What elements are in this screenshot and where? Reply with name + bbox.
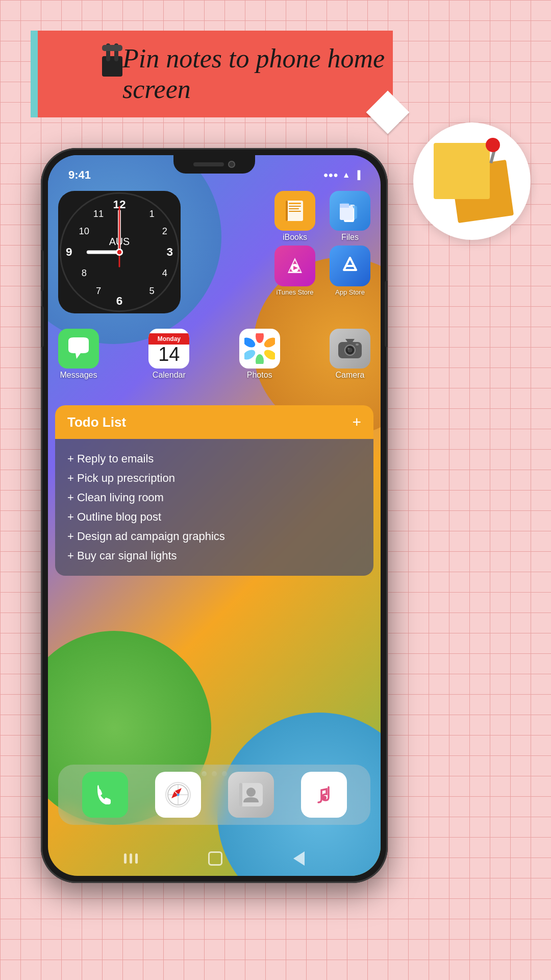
svg-point-59 — [177, 794, 179, 796]
volume-down-button[interactable] — [41, 306, 44, 347]
apps-row-3: Messages Monday 14 Calendar — [53, 329, 375, 380]
todo-item-5: + Design ad campaign graphics — [67, 527, 361, 546]
itunes-icon — [274, 246, 315, 286]
phone-icon — [91, 781, 119, 808]
pin-dot-icon — [486, 138, 500, 152]
apps-row-2: iTunes Store App Store — [269, 245, 375, 296]
svg-text:3: 3 — [167, 246, 173, 258]
svg-rect-27 — [289, 208, 299, 209]
todo-header: Todo List + — [55, 405, 373, 439]
back-button[interactable] — [293, 851, 305, 866]
photos-label: Photos — [247, 371, 272, 380]
header-banner: Pin notes to phone home screen — [31, 31, 393, 117]
sticky-note-icon — [434, 143, 510, 219]
messages-svg — [63, 333, 94, 364]
contacts-icon — [237, 781, 265, 808]
binder-clip-icon — [87, 41, 138, 82]
svg-point-44 — [256, 354, 264, 364]
photos-app[interactable]: Photos — [234, 329, 285, 380]
todo-item-3: + Clean living room — [67, 488, 361, 507]
music-icon — [310, 781, 338, 808]
svg-text:4: 4 — [162, 267, 167, 278]
app-store-app[interactable]: App Store — [324, 245, 375, 296]
svg-point-53 — [347, 348, 349, 350]
dock-safari-app[interactable] — [155, 772, 201, 818]
svg-point-41 — [256, 333, 264, 343]
photos-icon — [239, 329, 280, 369]
app-store-icon — [330, 246, 370, 286]
dock — [58, 765, 370, 825]
itunes-label: iTunes Store — [276, 288, 313, 296]
itunes-store-app[interactable]: iTunes Store — [269, 245, 320, 296]
todo-widget[interactable]: Todo List + + Reply to emails + Pick up … — [55, 405, 373, 576]
svg-point-46 — [244, 336, 257, 350]
svg-text:8: 8 — [82, 267, 87, 278]
svg-point-64 — [322, 796, 327, 800]
appstore-svg — [337, 253, 363, 279]
calendar-app[interactable]: Monday 14 Calendar — [143, 329, 194, 380]
svg-rect-54 — [356, 344, 359, 346]
camera-icon — [330, 329, 370, 369]
messages-icon — [58, 329, 99, 369]
sticky-front — [434, 143, 490, 199]
svg-text:9: 9 — [66, 246, 72, 258]
phone-screen: 9:41 ●●● ▲ ▐ 12 3 6 9 1 2 — [48, 155, 381, 876]
photos-svg — [244, 333, 275, 364]
clock-face: 12 3 6 9 1 2 4 5 7 8 10 11 AUS — [58, 191, 181, 313]
todo-body: + Reply to emails + Pick up prescription… — [55, 439, 373, 576]
battery-icon: ▐ — [355, 170, 360, 180]
todo-add-button[interactable]: + — [352, 413, 361, 431]
calendar-icon: Monday 14 — [148, 329, 189, 369]
dock-phone-app[interactable] — [82, 772, 128, 818]
svg-text:1: 1 — [149, 208, 154, 219]
ibooks-label: iBooks — [283, 233, 307, 242]
files-label: Files — [341, 233, 359, 242]
itunes-svg — [282, 253, 308, 279]
todo-item-6: + Buy car signal lights — [67, 546, 361, 566]
header-title: Pin notes to phone home screen — [122, 43, 393, 105]
messages-app[interactable]: Messages — [53, 329, 104, 380]
files-app[interactable]: Files — [324, 191, 375, 242]
calendar-label: Calendar — [153, 371, 186, 380]
svg-rect-26 — [289, 206, 301, 207]
sticky-note-circle — [413, 122, 531, 240]
svg-text:11: 11 — [93, 208, 104, 219]
dock-contacts-app[interactable] — [228, 772, 274, 818]
svg-line-40 — [350, 258, 352, 262]
recent-apps-button[interactable] — [124, 853, 138, 864]
home-button[interactable] — [208, 851, 222, 866]
signal-icon: ●●● — [323, 170, 338, 180]
svg-text:6: 6 — [116, 295, 123, 307]
dock-music-app[interactable] — [301, 772, 347, 818]
clock-widget[interactable]: 12 3 6 9 1 2 4 5 7 8 10 11 AUS — [58, 191, 181, 313]
camera-app[interactable]: Camera — [324, 329, 375, 380]
volume-up-button[interactable] — [41, 250, 44, 291]
power-button[interactable] — [385, 281, 388, 347]
home-bar — [48, 851, 381, 866]
svg-point-47 — [256, 345, 264, 353]
svg-text:7: 7 — [96, 285, 101, 296]
phone-frame: 9:41 ●●● ▲ ▐ 12 3 6 9 1 2 — [41, 148, 388, 883]
messages-label: Messages — [60, 371, 97, 380]
svg-point-23 — [117, 250, 121, 254]
files-svg — [337, 198, 363, 224]
svg-point-62 — [246, 788, 256, 797]
files-icon — [330, 191, 370, 231]
notch — [173, 155, 255, 174]
app-store-label: App Store — [335, 288, 365, 296]
camera-label: Camera — [336, 371, 365, 380]
todo-item-2: + Pick up prescription — [67, 469, 361, 488]
ibooks-svg — [282, 198, 308, 224]
svg-text:2: 2 — [162, 226, 167, 236]
ibooks-icon — [274, 191, 315, 231]
ibooks-app[interactable]: iBooks — [269, 191, 320, 242]
todo-item-4: + Outline blog post — [67, 507, 361, 527]
svg-point-45 — [244, 348, 257, 362]
svg-marker-49 — [345, 339, 355, 342]
speaker-icon — [193, 162, 224, 166]
todo-title: Todo List — [67, 414, 126, 430]
svg-rect-28 — [289, 211, 301, 212]
svg-rect-3 — [102, 45, 122, 51]
camera-svg — [335, 334, 365, 363]
svg-rect-0 — [102, 56, 122, 77]
